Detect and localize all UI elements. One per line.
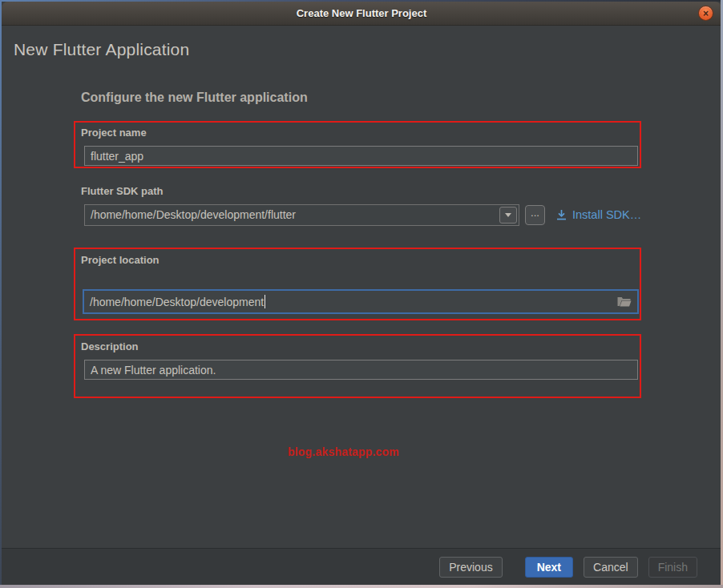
project-location-label: Project location <box>81 254 160 266</box>
cancel-button[interactable]: Cancel <box>584 557 638 578</box>
watermark-text: blog.akshatapp.com <box>288 445 399 458</box>
install-sdk-label: Install SDK… <box>572 208 641 221</box>
project-location-input[interactable]: /home/home/Desktop/development <box>83 289 639 314</box>
download-icon <box>556 209 567 220</box>
folder-browse-button[interactable] <box>617 296 632 307</box>
install-sdk-link[interactable]: Install SDK… <box>556 208 641 221</box>
description-label: Description <box>81 340 139 352</box>
project-name-input[interactable] <box>84 146 638 166</box>
window-title: Create New Flutter Project <box>2 2 721 25</box>
sdk-browse-button[interactable]: ... <box>525 205 545 225</box>
project-name-label: Project name <box>81 127 147 139</box>
footer-bar: Previous Next Cancel Finish <box>0 549 723 585</box>
close-button[interactable]: × <box>698 6 713 21</box>
sdk-dropdown-button[interactable] <box>499 207 517 224</box>
text-cursor <box>265 295 265 308</box>
description-input[interactable] <box>84 360 638 380</box>
sdk-path-value: /home/home/Desktop/development/flutter <box>85 205 519 225</box>
close-icon: × <box>703 9 709 18</box>
project-location-value: /home/home/Desktop/development <box>90 296 264 308</box>
window-top-border <box>0 0 723 2</box>
sdk-path-label: Flutter SDK path <box>81 185 164 197</box>
sdk-path-combobox[interactable]: /home/home/Desktop/development/flutter <box>84 204 519 226</box>
chevron-down-icon <box>505 213 511 217</box>
next-button[interactable]: Next <box>525 557 573 578</box>
page-title: New Flutter Application <box>14 40 189 59</box>
config-heading: Configure the new Flutter application <box>81 91 308 105</box>
previous-button[interactable]: Previous <box>439 557 502 578</box>
open-folder-icon <box>617 296 632 307</box>
footer-button-row: Previous Next Cancel Finish <box>439 557 697 578</box>
titlebar[interactable]: Create New Flutter Project × <box>2 2 721 26</box>
desktop-bleed-strip <box>0 585 723 588</box>
window-left-border <box>0 0 2 585</box>
finish-button[interactable]: Finish <box>648 557 697 578</box>
